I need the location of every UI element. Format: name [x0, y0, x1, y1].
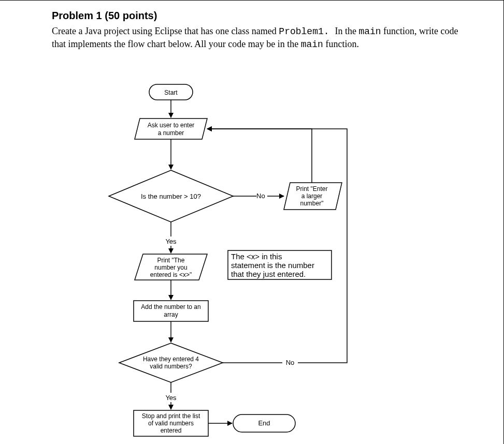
print-larger-l2: a larger: [301, 193, 323, 200]
note-l1: The <x> in this: [231, 252, 282, 261]
print-entered-node: Print "The number you entered is <x>": [135, 254, 207, 280]
stop-print-node: Stop and print the list of valid numbers…: [134, 410, 208, 436]
dec2-no-label: No: [286, 359, 295, 366]
start-label: Start: [164, 89, 178, 96]
print-larger-l3: number": [300, 200, 324, 207]
print-entered-l3: entered is <x>": [150, 271, 192, 278]
stop-l1: Stop and print the list: [142, 412, 200, 420]
end-label: End: [258, 419, 270, 427]
note-box: The <x> in this statement is the number …: [228, 250, 332, 279]
add-array-l2: array: [164, 311, 178, 318]
print-entered-l2: number you: [154, 264, 187, 271]
add-array-l1: Add the number to an: [141, 303, 200, 310]
print-larger-node: Print "Enter a larger number": [284, 183, 342, 210]
decision2-l1: Have they entered 4: [143, 356, 199, 363]
dec2-yes-label: Yes: [165, 394, 177, 402]
decision2-l2: valid numbers?: [150, 363, 192, 370]
print-larger-l1: Print "Enter: [296, 185, 328, 193]
note-l2: statement is the number: [231, 261, 314, 270]
print-entered-l1: Print "The: [157, 257, 185, 264]
note-l3: that they just entered.: [231, 270, 306, 278]
end-node: End: [233, 415, 295, 432]
stop-l2: of valid numbers: [148, 420, 194, 427]
decision1-node: Is the number > 10?: [109, 170, 233, 222]
flowchart-svg: Start Ask user to enter a number Is the …: [0, 1, 504, 444]
input-node: Ask user to enter a number: [135, 119, 207, 139]
input-line2: a number: [158, 129, 184, 137]
stop-l3: entered: [161, 427, 182, 434]
decision1-label: Is the number > 10?: [141, 193, 201, 200]
dec2-no-loop: [207, 129, 347, 363]
decision2-node: Have they entered 4 valid numbers?: [119, 343, 223, 382]
dec1-yes-label: Yes: [165, 238, 177, 245]
loop-larger-to-input: [207, 129, 312, 183]
add-array-node: Add the number to an array: [134, 301, 208, 321]
input-line1: Ask user to enter: [148, 122, 195, 129]
dec1-no-label: No: [256, 192, 265, 200]
page: Problem 1 (50 points) Create a Java proj…: [0, 0, 504, 444]
start-node: Start: [149, 84, 193, 100]
